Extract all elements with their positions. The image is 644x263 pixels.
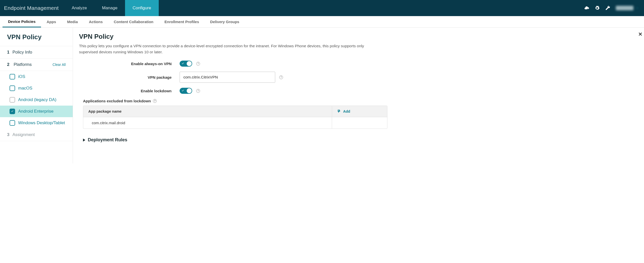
nav-analyze[interactable]: Analyze: [64, 0, 94, 16]
column-app-package-name: App package name: [83, 106, 332, 117]
platform-windows[interactable]: Windows Desktop/Tablet: [0, 117, 73, 129]
help-icon[interactable]: ?: [153, 99, 157, 103]
step-label: Platforms: [14, 62, 32, 67]
step-number: 1: [7, 50, 9, 55]
add-button[interactable]: Add: [332, 106, 387, 117]
label-enable-always-on-vpn: Enable always-on VPN: [79, 62, 180, 66]
row-enable-lockdown: Enable lockdown ?: [79, 88, 634, 94]
subtab-device-policies[interactable]: Device Policies: [3, 16, 41, 27]
clear-all-link[interactable]: Clear All: [53, 63, 66, 67]
brand-title: Endpoint Management: [0, 0, 64, 16]
user-menu[interactable]: [616, 6, 639, 10]
table-header: App package name Add: [83, 106, 387, 117]
label-vpn-package: VPN package: [79, 75, 180, 79]
main-title: VPN Policy: [79, 33, 634, 40]
top-nav: Analyze Manage Configure: [64, 0, 159, 16]
subtab-delivery-groups[interactable]: Delivery Groups: [205, 16, 245, 27]
cell-actions: [332, 117, 387, 128]
checkbox-icon[interactable]: [10, 97, 15, 103]
checkbox-icon[interactable]: [10, 120, 15, 126]
label-excluded-apps: Applications excluded from lockdown ?: [83, 99, 634, 103]
step-number: 2: [7, 62, 9, 67]
checkbox-icon[interactable]: [10, 85, 15, 91]
platform-android-enterprise[interactable]: Android Enterprise: [0, 106, 73, 117]
platform-label: iOS: [18, 74, 25, 79]
checkbox-icon[interactable]: [10, 74, 15, 79]
subtab-actions[interactable]: Actions: [83, 16, 108, 27]
sub-tabs: Device Policies Apps Media Actions Conte…: [0, 16, 644, 28]
row-enable-always-on-vpn: Enable always-on VPN ?: [79, 61, 634, 67]
row-vpn-package: VPN package ?: [79, 72, 634, 83]
toggle-enable-lockdown[interactable]: [180, 88, 192, 94]
table-row[interactable]: com.citrix.mail.droid: [83, 117, 387, 128]
policy-description: This policy lets you configure a VPN con…: [79, 43, 366, 55]
toggle-enable-always-on-vpn[interactable]: [180, 61, 192, 67]
help-icon[interactable]: ?: [196, 89, 200, 93]
step-policy-info[interactable]: 1 Policy Info: [0, 46, 73, 59]
top-icon-bar: [584, 0, 644, 16]
step-label: Assignment: [12, 132, 35, 137]
step-platforms[interactable]: 2 Platforms Clear All: [0, 59, 73, 71]
triangle-right-icon: [83, 139, 85, 142]
main-panel: ✕ VPN Policy This policy lets you config…: [73, 28, 644, 163]
wizard-sidebar: VPN Policy 1 Policy Info 2 Platforms Cle…: [0, 28, 73, 163]
cloud-gear-icon[interactable]: [584, 6, 589, 11]
check-icon: [181, 62, 185, 65]
step-assignment[interactable]: 3 Assignment: [0, 129, 73, 141]
deployment-rules-section[interactable]: Deployment Rules: [83, 137, 634, 143]
wrench-icon[interactable]: [605, 6, 610, 11]
step-label: Policy Info: [12, 50, 32, 55]
help-icon[interactable]: ?: [196, 62, 200, 66]
add-icon: [337, 109, 341, 113]
cell-package-name: com.citrix.mail.droid: [83, 117, 332, 128]
platform-label: Android Enterprise: [18, 109, 54, 114]
check-icon: [181, 89, 185, 93]
subtab-apps[interactable]: Apps: [41, 16, 62, 27]
platform-android-legacy[interactable]: Android (legacy DA): [0, 94, 73, 106]
nav-configure[interactable]: Configure: [125, 0, 159, 16]
platform-ios[interactable]: iOS: [0, 71, 73, 82]
excluded-apps-text: Applications excluded from lockdown: [83, 99, 151, 103]
platform-label: Android (legacy DA): [18, 97, 56, 102]
step-number: 3: [7, 132, 9, 137]
help-icon[interactable]: ?: [279, 75, 283, 79]
sidebar-title: VPN Policy: [0, 28, 73, 46]
add-label: Add: [343, 109, 350, 113]
nav-manage[interactable]: Manage: [95, 0, 125, 16]
excluded-apps-table: App package name Add com.citrix.mail.dro…: [83, 106, 387, 129]
top-bar: Endpoint Management Analyze Manage Confi…: [0, 0, 644, 16]
platform-macos[interactable]: macOS: [0, 82, 73, 94]
deployment-rules-label: Deployment Rules: [88, 137, 127, 143]
platform-label: Windows Desktop/Tablet: [18, 120, 65, 125]
chevron-down-icon: [635, 6, 639, 10]
label-enable-lockdown: Enable lockdown: [79, 89, 180, 93]
input-vpn-package[interactable]: [180, 72, 275, 83]
gear-icon[interactable]: [595, 6, 600, 11]
content-area: VPN Policy 1 Policy Info 2 Platforms Cle…: [0, 28, 644, 163]
subtab-enrollment-profiles[interactable]: Enrollment Profiles: [159, 16, 205, 27]
close-button[interactable]: ✕: [638, 31, 642, 37]
checkbox-checked-icon[interactable]: [10, 109, 15, 114]
platform-label: macOS: [18, 86, 32, 91]
subtab-content-collaboration[interactable]: Content Collaboration: [108, 16, 159, 27]
subtab-media[interactable]: Media: [62, 16, 84, 27]
